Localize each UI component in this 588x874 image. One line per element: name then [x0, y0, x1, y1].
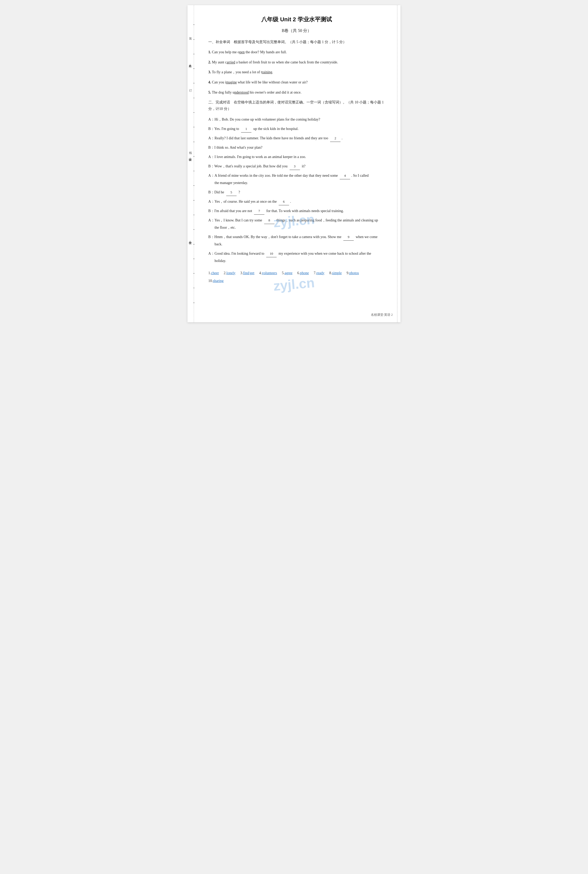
ans-6: phone [300, 271, 309, 275]
q4-underline: magine [226, 80, 237, 84]
ans-7: ready [316, 271, 324, 275]
blank-9: 9 [344, 234, 354, 241]
section2-header: 二、完成对话 在空格中填上适当的单词，使对话完整正确。一空一词（含缩写词）。（共… [208, 99, 385, 112]
q3: 3. To fly a plane，you need a lot of trai… [208, 69, 385, 76]
ans-5: agree [285, 271, 292, 275]
q2-underline: arried [227, 60, 235, 64]
school-label: 学校： [188, 239, 193, 242]
blank-3: 3 [290, 163, 300, 170]
section1-header: 一、补全单词 根据首字母及句意写出完整单词。（共 5 小题；每小题 1 分，计 … [208, 39, 385, 45]
ans-8: simple [332, 271, 342, 275]
dialog-a4: A：A friend of mine works in the city zoo… [208, 172, 385, 187]
class-label: 班级： [188, 156, 193, 159]
dialog-b1: B：Yes. I'm going to 1 up the sick kids i… [208, 125, 385, 132]
dialog-b6: B：Hmm，that sounds OK. By the way，don't f… [208, 233, 385, 248]
dialog-b4: B：Did he 5 ? [208, 189, 385, 196]
ans-2: lonely [226, 271, 236, 275]
blank-10: 10 [266, 250, 277, 257]
blank-8: 8 [264, 217, 274, 224]
q1: 1. Can you help me open the door? My han… [208, 49, 385, 56]
main-title: 八年级 Unit 2 学业水平测试 [208, 16, 385, 23]
q5: 5. The dog fully understood his owner's … [208, 89, 385, 96]
answers-section: 1.cheer 2.lonely 3.find/get 4.volunteers… [208, 269, 385, 285]
blank-7: 7 [254, 208, 264, 215]
section1-header-text: 一、补全单词 根据首字母及句意写出完整单词。（共 5 小题；每小题 1 分，计 … [208, 40, 346, 44]
q4: 4. Can you imagine what life will be lik… [208, 79, 385, 86]
name-label: 姓名： [188, 62, 193, 65]
footer: 名校课堂·英语 2 [371, 313, 393, 317]
sub-title: B卷（共 50 分） [208, 28, 385, 33]
right-cut-line [397, 5, 398, 322]
blank-6: 6 [279, 198, 289, 205]
tick-marks [194, 5, 195, 322]
q3-underline: raining [262, 70, 272, 74]
ans-1: cheer [211, 271, 219, 275]
dialog-a1: A：Hi，Bob. Do you come up with volunteer … [208, 116, 385, 123]
left-side-panel: 装 订 线 姓名： 班级： 学校： [188, 5, 202, 322]
dialog-a3: A：I love animals. I'm going to work as a… [208, 153, 385, 161]
dialog-a2: A：Really? I did that last summer. The ki… [208, 135, 385, 142]
dialog-b5: B：I'm afraid that you are not 7 for that… [208, 208, 385, 215]
ans-4: volunteers [262, 271, 277, 275]
blank-5: 5 [226, 189, 237, 196]
dialog-b2: B：I think so. And what's your plan? [208, 144, 385, 151]
blank-1: 1 [241, 125, 251, 132]
q5-underline: nderstood [234, 90, 249, 94]
zhuang-label: 装 [188, 36, 193, 41]
ans-9: photos [350, 271, 359, 275]
q1-underline: pen [240, 50, 244, 54]
exam-page: 装 订 线 姓名： 班级： 学校： 八年级 Unit 2 学业水平测试 B卷（共… [188, 5, 400, 322]
dialog-a6: A：Yes，I know. But I can try some 8 thing… [208, 217, 385, 231]
dialog-a5: A：Yes，of course. He said yes at once on … [208, 198, 385, 205]
dialog-b3: B：Wow，that's really a special job. But h… [208, 163, 385, 170]
ding-label: 订 [188, 88, 193, 93]
blank-4: 4 [340, 172, 350, 179]
ans-10: sharing [213, 279, 224, 283]
ans-3: find/get [243, 271, 255, 275]
q2: 2. My aunt carried a basket of fresh fru… [208, 59, 385, 66]
xian-label: 线 [188, 151, 193, 155]
dialog-a7: A：Good idea. I'm looking forward to 10 m… [208, 250, 385, 265]
blank-2: 2 [330, 135, 340, 142]
